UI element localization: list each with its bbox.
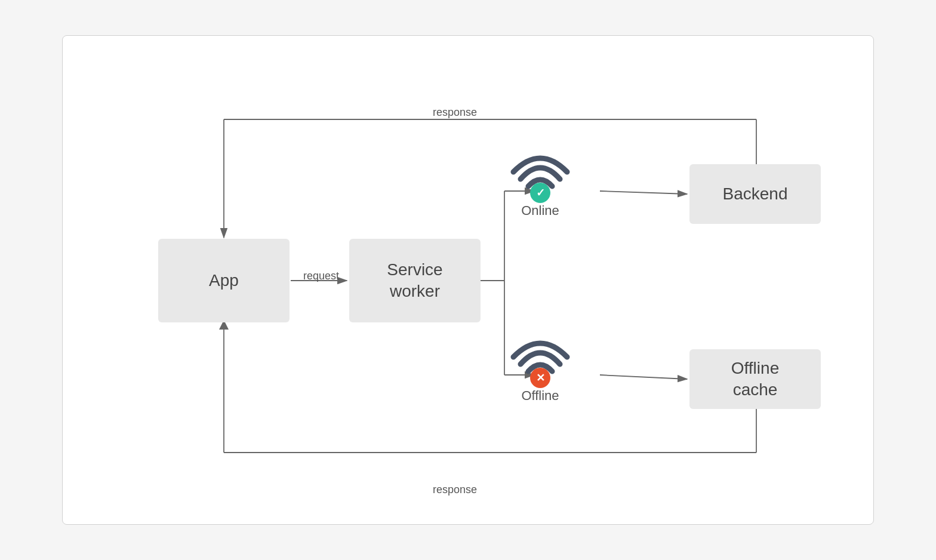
online-label: Online	[521, 203, 559, 219]
offline-label: Offline	[521, 388, 559, 404]
offline-cache-box: Offline cache	[689, 349, 821, 409]
offline-cache-label: Offline cache	[731, 358, 779, 401]
response-bottom-label: response	[433, 484, 477, 496]
service-worker-label: Service worker	[387, 259, 442, 303]
offline-wifi-wrapper: ✕	[507, 328, 573, 384]
app-box: App	[158, 239, 290, 322]
online-badge: ✓	[530, 183, 550, 203]
backend-box: Backend	[689, 164, 821, 224]
request-label: request	[303, 270, 339, 282]
online-wifi-wrapper: ✓	[507, 143, 573, 199]
response-top-label: response	[433, 106, 477, 119]
backend-label: Backend	[723, 183, 788, 205]
service-worker-box: Service worker	[349, 239, 481, 322]
diagram-container: App Service worker Backend Offline cache	[62, 35, 874, 525]
svg-line-6	[600, 191, 687, 194]
x-icon: ✕	[536, 371, 545, 384]
offline-badge: ✕	[530, 368, 550, 388]
svg-line-10	[600, 375, 687, 379]
check-icon: ✓	[536, 186, 545, 199]
offline-container: ✕ Offline	[507, 328, 573, 404]
app-label: App	[209, 270, 239, 291]
online-container: ✓ Online	[507, 143, 573, 219]
